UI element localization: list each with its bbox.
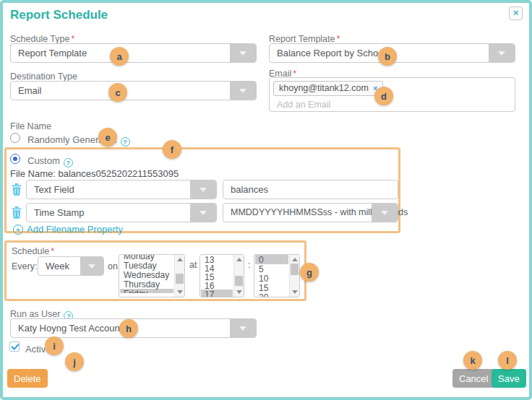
required-marker: * bbox=[337, 34, 340, 44]
every-select[interactable]: Week bbox=[38, 256, 104, 276]
minute-listbox[interactable]: 0 5 10 15 20 bbox=[254, 254, 300, 297]
chevron-down-icon[interactable] bbox=[489, 44, 515, 62]
annotation-l: l bbox=[498, 351, 517, 370]
help-icon[interactable]: ? bbox=[121, 137, 130, 147]
close-icon[interactable]: × bbox=[509, 6, 523, 20]
delete-button[interactable]: Delete bbox=[7, 369, 48, 388]
hour-option[interactable]: 16 bbox=[201, 281, 233, 290]
scrollbar-thumb[interactable] bbox=[176, 274, 184, 284]
minute-option[interactable]: 10 bbox=[255, 274, 288, 283]
run-as-user-value: Katy Hoyng Test Account bbox=[18, 319, 122, 337]
chevron-down-icon[interactable] bbox=[230, 82, 256, 100]
hour-scrollbar[interactable] bbox=[233, 255, 244, 297]
scroll-up-icon[interactable] bbox=[177, 258, 183, 261]
scrollbar-thumb[interactable] bbox=[235, 276, 243, 286]
annotation-e: e bbox=[98, 128, 117, 147]
filename-preview: File Name: balances0525202211553095 bbox=[10, 168, 179, 179]
minute-option[interactable]: 5 bbox=[255, 264, 288, 274]
chevron-down-icon[interactable] bbox=[190, 204, 216, 222]
schedule-type-value: Report Template bbox=[18, 44, 87, 62]
schedule-type-select[interactable]: Report Template bbox=[10, 43, 257, 63]
day-listbox[interactable]: Monday Tuesday Wednesday Thursday Friday bbox=[119, 254, 185, 297]
day-option[interactable]: Wednesday bbox=[120, 270, 173, 279]
required-marker: * bbox=[51, 246, 54, 256]
chevron-down-icon[interactable] bbox=[190, 181, 216, 199]
add-filename-property-link[interactable]: + Add Filename Property bbox=[13, 224, 123, 235]
day-option[interactable]: Tuesday bbox=[120, 261, 173, 270]
scrollbar-thumb[interactable] bbox=[291, 264, 299, 275]
annotation-f: f bbox=[163, 140, 181, 159]
on-label: on bbox=[108, 261, 118, 271]
annotation-b: b bbox=[378, 47, 397, 66]
chevron-down-icon[interactable] bbox=[80, 257, 103, 275]
annotation-k: k bbox=[463, 351, 482, 370]
hour-option[interactable]: 13 bbox=[201, 255, 233, 264]
filename-property-type-select[interactable]: Text Field bbox=[26, 180, 217, 199]
chevron-down-icon[interactable] bbox=[230, 44, 256, 62]
scroll-up-icon[interactable] bbox=[292, 258, 298, 261]
annotation-a: a bbox=[110, 47, 129, 66]
day-scrollbar[interactable] bbox=[174, 255, 184, 297]
time-separator: : bbox=[248, 260, 250, 270]
every-label: Every: bbox=[12, 261, 37, 271]
randomly-generated-radio[interactable] bbox=[10, 133, 20, 143]
page-title: Report Schedule bbox=[10, 8, 108, 22]
trash-icon[interactable] bbox=[12, 206, 22, 219]
filename-property-type-value: Time Stamp bbox=[34, 204, 85, 222]
minute-option[interactable]: 20 bbox=[255, 292, 288, 297]
required-marker: * bbox=[71, 34, 74, 44]
file-name-section-label: File Name bbox=[10, 119, 51, 132]
chevron-down-icon[interactable] bbox=[372, 204, 398, 222]
annotation-h: h bbox=[119, 319, 138, 338]
timestamp-format-select[interactable]: MMDDYYYYHHMMSSss - with milliseconds bbox=[223, 203, 398, 222]
save-button[interactable]: Save bbox=[492, 369, 526, 388]
email-placeholder: Add an Email bbox=[277, 100, 330, 110]
plus-circle-icon: + bbox=[13, 225, 23, 235]
at-label: at bbox=[189, 260, 197, 270]
hour-option[interactable]: 15 bbox=[201, 272, 233, 281]
annotation-i: i bbox=[45, 336, 64, 355]
scroll-down-icon[interactable] bbox=[177, 290, 183, 294]
scroll-down-icon[interactable] bbox=[236, 290, 242, 294]
filename-property-type-value: Text Field bbox=[34, 181, 74, 199]
day-option[interactable]: Monday bbox=[120, 254, 173, 261]
annotation-c: c bbox=[108, 83, 127, 102]
day-option-selected[interactable]: Friday bbox=[120, 289, 173, 293]
chevron-down-icon[interactable] bbox=[230, 319, 256, 337]
minute-option[interactable]: 15 bbox=[255, 283, 288, 292]
destination-type-value: Email bbox=[18, 82, 42, 100]
report-template-value: Balance Report by School bbox=[277, 44, 385, 62]
report-schedule-dialog: Report Schedule × Schedule Type* Report … bbox=[0, 0, 532, 400]
annotation-d: d bbox=[374, 87, 393, 105]
hour-option-selected[interactable]: 17 bbox=[201, 290, 233, 297]
every-value: Week bbox=[46, 257, 69, 275]
help-icon[interactable]: ? bbox=[64, 158, 73, 168]
annotation-j: j bbox=[65, 352, 84, 371]
trash-icon[interactable] bbox=[12, 183, 22, 196]
active-checkbox[interactable] bbox=[9, 342, 20, 352]
filename-property-type-select[interactable]: Time Stamp bbox=[26, 203, 217, 222]
email-tag-text: khoyng@titank12.com bbox=[279, 82, 369, 95]
hour-option[interactable]: 14 bbox=[201, 264, 233, 272]
annotation-g: g bbox=[300, 263, 319, 282]
hour-listbox[interactable]: 13 14 15 16 17 bbox=[200, 254, 244, 297]
cancel-button[interactable]: Cancel bbox=[452, 369, 494, 388]
scroll-down-icon[interactable] bbox=[292, 290, 298, 294]
scroll-up-icon[interactable] bbox=[236, 258, 242, 261]
email-tag: khoyng@titank12.com × bbox=[273, 81, 383, 96]
custom-label: Custom? bbox=[27, 154, 73, 168]
day-option[interactable]: Thursday bbox=[120, 279, 173, 289]
schedule-label: Schedule* bbox=[12, 244, 54, 257]
minute-option-selected[interactable]: 0 bbox=[255, 255, 288, 264]
custom-radio[interactable] bbox=[10, 154, 20, 164]
minute-scrollbar[interactable] bbox=[289, 255, 299, 297]
destination-type-select[interactable]: Email bbox=[10, 81, 257, 100]
filename-text-input[interactable]: balances bbox=[223, 180, 398, 199]
